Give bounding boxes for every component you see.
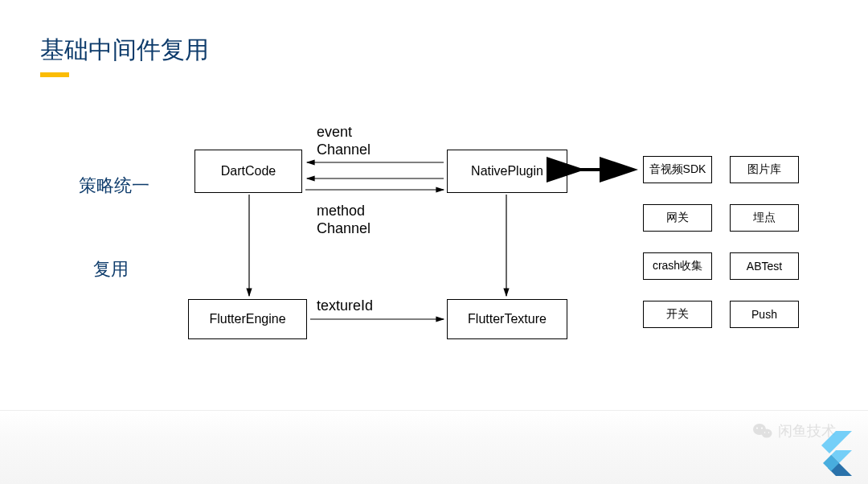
wechat-icon [752,422,773,440]
svg-point-3 [761,428,763,429]
svg-point-2 [756,428,758,429]
service-push: Push [730,301,799,328]
node-fluttertexture: FlutterTexture [447,299,567,339]
flutter-logo-icon [815,431,852,476]
label-reuse: 复用 [93,257,129,281]
service-switch: 开关 [643,301,712,328]
service-image-lib: 图片库 [730,156,799,183]
accent-bar [40,72,69,77]
node-dartcode: DartCode [194,150,302,193]
footer: 闲鱼技术 [0,410,868,484]
service-gateway: 网关 [643,204,712,232]
node-flutterengine: FlutterEngine [188,299,307,339]
service-crash: crash收集 [643,252,712,280]
annotation-event-channel: event Channel [317,124,371,158]
svg-point-5 [768,432,770,433]
slide-title: 基础中间件复用 [40,34,209,67]
ann-event-line2: Channel [317,142,371,159]
label-strategy: 策略统一 [79,174,149,198]
annotation-textureid: textureId [317,297,373,314]
ann-method-line2: Channel [317,220,371,238]
service-audiovideo-sdk: 音视频SDK [643,156,712,183]
annotation-method-channel: method Channel [317,203,371,237]
svg-point-1 [762,429,772,438]
ann-method-line1: method [317,203,371,220]
svg-point-4 [764,432,766,433]
ann-event-line1: event [317,124,371,142]
service-tracking: 埋点 [730,204,799,232]
service-abtest: ABTest [730,252,799,280]
node-nativeplugin: NativePlugin [447,150,567,193]
